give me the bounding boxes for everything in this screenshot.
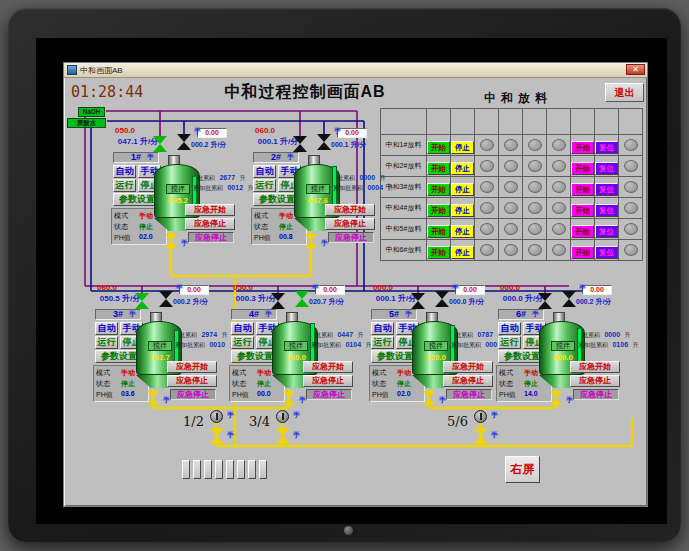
stop-button[interactable]: 停止 [451, 183, 474, 196]
feed-valve2-icon[interactable] [159, 291, 173, 307]
emergency-discharge-button[interactable]: 开始 [571, 162, 594, 175]
emergency-stop2-button[interactable]: 应急停止 [306, 389, 352, 400]
start-button[interactable]: 开始 [427, 246, 450, 259]
ph-label: PH值 [114, 233, 139, 243]
emergency-stop-button[interactable]: 应急停止 [570, 375, 620, 387]
stop-button[interactable]: 停止 [451, 204, 474, 217]
mode-label: 模式 [232, 368, 257, 378]
nav-button[interactable] [237, 460, 245, 479]
run-button[interactable]: 运行 [231, 336, 254, 349]
emergency-stop-button[interactable]: 应急停止 [185, 218, 235, 230]
feed-valve2-icon[interactable] [317, 134, 331, 150]
feed-valve2-icon[interactable] [177, 134, 191, 150]
feed-valve2-icon[interactable] [562, 291, 576, 307]
start-button[interactable]: 开始 [427, 204, 450, 217]
level-reset-button[interactable]: 复位 [595, 141, 618, 154]
emergency-start-button[interactable]: 应急开始 [167, 361, 217, 373]
manual-tag: 手 [227, 410, 234, 420]
discharge-valve-icon[interactable] [423, 391, 435, 405]
close-icon[interactable]: ✕ [626, 64, 645, 75]
discharge-valve-icon[interactable] [165, 234, 177, 248]
auto-button[interactable]: 自动 [95, 322, 118, 335]
auto-button[interactable]: 自动 [498, 322, 521, 335]
emergency-stop2-button[interactable]: 应急停止 [328, 232, 374, 243]
emergency-start-button[interactable]: 应急开始 [570, 361, 620, 373]
level-reset-button[interactable]: 复位 [595, 246, 618, 259]
start-button[interactable]: 开始 [427, 141, 450, 154]
emergency-stop-button[interactable]: 应急停止 [325, 218, 375, 230]
auto-button[interactable]: 自动 [371, 322, 394, 335]
emergency-start-button[interactable]: 应急开始 [325, 204, 375, 216]
discharge-valve-icon[interactable] [283, 391, 295, 405]
start-button[interactable]: 开始 [427, 225, 450, 238]
stop-button[interactable]: 停止 [451, 225, 474, 238]
reaction-done-lamp [528, 223, 542, 235]
level-reset-button[interactable]: 复位 [595, 162, 618, 175]
nav-button[interactable] [215, 460, 223, 479]
run-button[interactable]: 运行 [253, 179, 276, 192]
emergency-discharge-button[interactable]: 开始 [571, 204, 594, 217]
feed-valve-icon[interactable] [135, 293, 149, 309]
start-button[interactable]: 开始 [427, 162, 450, 175]
state-label: 状态 [372, 379, 397, 389]
pump-valve-icon[interactable] [210, 428, 224, 444]
level-reset-button[interactable]: 复位 [595, 183, 618, 196]
emergency-discharge-button[interactable]: 开始 [571, 141, 594, 154]
run-button[interactable]: 运行 [95, 336, 118, 349]
nav-button[interactable] [204, 460, 212, 479]
nav-button[interactable] [259, 460, 267, 479]
reaction-done-lamp [528, 244, 542, 256]
emergency-stop-button[interactable]: 应急停止 [303, 375, 353, 387]
feed-valve-icon[interactable] [153, 136, 167, 152]
level-reset-button[interactable]: 复位 [595, 204, 618, 217]
readout-value: 020.7 [309, 298, 327, 305]
emergency-start-button[interactable]: 应急开始 [303, 361, 353, 373]
pump-icon[interactable] [276, 410, 289, 423]
pump-icon[interactable] [210, 410, 223, 423]
pump-valve-icon[interactable] [474, 428, 488, 444]
emergency-discharge-button[interactable]: 开始 [571, 246, 594, 259]
manual-tag: 手 [265, 309, 272, 319]
feed-valve2-icon[interactable] [435, 291, 449, 307]
stop-button[interactable]: 停止 [451, 162, 474, 175]
pump-icon[interactable] [474, 410, 487, 423]
feed-valve-icon[interactable] [538, 293, 552, 309]
level-reset-button[interactable]: 复位 [595, 225, 618, 238]
emergency-discharge-button[interactable]: 开始 [571, 225, 594, 238]
emergency-discharge-button[interactable]: 开始 [571, 183, 594, 196]
emergency-stop-button[interactable]: 应急停止 [167, 375, 217, 387]
cumulative-label: 累加批累积 [311, 342, 341, 348]
emergency-stop2-button[interactable]: 应急停止 [188, 232, 234, 243]
nav-button[interactable] [182, 460, 190, 479]
auto-button[interactable]: 自动 [113, 165, 136, 178]
pump-valve-icon[interactable] [276, 428, 290, 444]
right-screen-button[interactable]: 右屏 [505, 456, 540, 483]
feed-valve-icon[interactable] [271, 293, 285, 309]
feed-valve-icon[interactable] [293, 136, 307, 152]
stop-button[interactable]: 停止 [451, 141, 474, 154]
discharge-done-lamp [552, 202, 566, 214]
feed-valve-icon[interactable] [411, 293, 425, 309]
discharge-valve-icon[interactable] [550, 391, 562, 405]
discharge-valve-icon[interactable] [305, 234, 317, 248]
run-button[interactable]: 运行 [371, 336, 394, 349]
run-button[interactable]: 运行 [113, 179, 136, 192]
nav-button[interactable] [248, 460, 256, 479]
feed-valve2-icon[interactable] [295, 291, 309, 307]
flow-setpoint: 060.0 [85, 283, 129, 292]
flow-actual-value: 000.1 [258, 137, 278, 146]
nav-button[interactable] [226, 460, 234, 479]
start-button[interactable]: 开始 [427, 183, 450, 196]
exit-button[interactable]: 退出 [605, 83, 644, 102]
emergency-start-button[interactable]: 应急开始 [185, 204, 235, 216]
auto-button[interactable]: 自动 [253, 165, 276, 178]
table-row: 中和6#放料 开始 停止 开始 复位 [381, 240, 643, 261]
flow-readout-actual: 000.2 升/分 [576, 297, 626, 307]
run-button[interactable]: 运行 [498, 336, 521, 349]
auto-button[interactable]: 自动 [231, 322, 254, 335]
nav-button[interactable] [193, 460, 201, 479]
emergency-stop2-button[interactable]: 应急停止 [170, 389, 216, 400]
emergency-stop2-button[interactable]: 应急停止 [573, 389, 619, 400]
discharge-valve-icon[interactable] [147, 391, 159, 405]
stop-button[interactable]: 停止 [451, 246, 474, 259]
